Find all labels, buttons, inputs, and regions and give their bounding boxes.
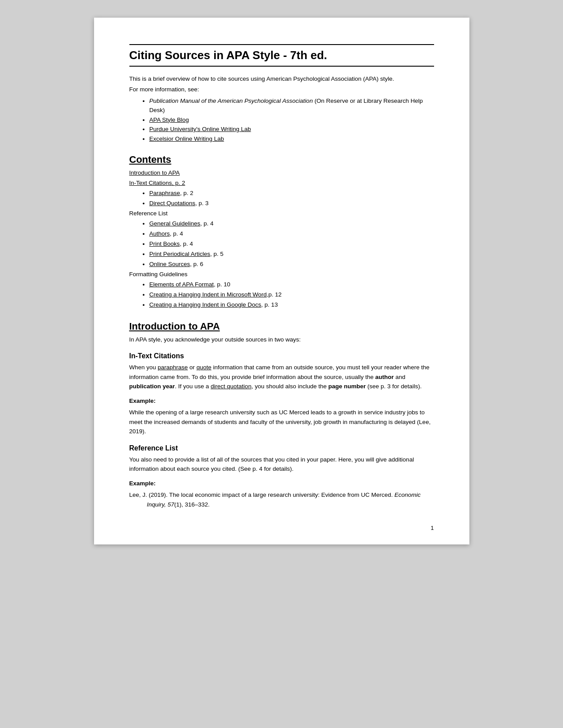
intro-apa-link[interactable]: Introduction to APA [129, 169, 180, 176]
apa-blog-link[interactable]: APA Style Blog [149, 115, 189, 125]
reference-entry: Lee, J. (2019). The local economic impac… [129, 490, 434, 509]
page-number-bold: page number [329, 383, 366, 390]
hanging-indent-word-link[interactable]: Creating a Hanging Indent in Microsoft W… [149, 290, 268, 300]
list-item: Direct Quotations, p. 3 [143, 199, 434, 209]
in-text-link[interactable]: In-Text Citations, p. 2 [129, 180, 185, 186]
top-rule [129, 44, 434, 45]
contents-in-text: In-Text Citations, p. 2 [129, 178, 434, 188]
list-item: Creating a Hanging Indent in Google Docs… [143, 300, 434, 310]
elements-apa-link[interactable]: Elements of APA Format [149, 280, 214, 290]
intro-apa-heading: Introduction to APA [129, 321, 434, 332]
document-page: Citing Sources in APA Style - 7th ed. Th… [94, 18, 469, 544]
in-text-heading: In-Text Citations [129, 352, 434, 360]
authors-link[interactable]: Authors [149, 229, 170, 239]
hanging-indent-docs-link[interactable]: Creating a Hanging Indent in Google Docs [149, 300, 261, 310]
reference-list-body: You also need to provide a list of all o… [129, 455, 434, 474]
page-number: 1 [431, 525, 434, 531]
resource-italic: Publication Manual of the American Psych… [149, 98, 313, 104]
direct-quotations-link[interactable]: Direct Quotations [149, 199, 195, 209]
journal-italic: Economic Inquiry, 57 [147, 492, 421, 508]
intro-block: This is a brief overview of how to cite … [129, 75, 434, 143]
in-text-example-label: Example: [129, 398, 434, 404]
contents-intro-apa: Introduction to APA [129, 168, 434, 178]
reference-list-example-label: Example: [129, 480, 434, 487]
list-item: APA Style Blog [143, 115, 434, 125]
pub-year-bold: publication year [129, 383, 175, 390]
paraphrase-link[interactable]: Paraphrase [149, 188, 180, 199]
purdue-link[interactable]: Purdue University's Online Writing Lab [149, 124, 251, 134]
intro-line2: For more information, see: [129, 85, 434, 94]
direct-quotation-inline-link[interactable]: direct quotation [211, 383, 251, 390]
quote-inline-link[interactable]: quote [196, 364, 212, 371]
list-item: General Guidelines, p. 4 [143, 219, 434, 229]
in-text-example-text: While the opening of a large research un… [129, 408, 434, 436]
excelsior-link[interactable]: Excelsior Online Writing Lab [149, 134, 224, 144]
reference-list-heading: Reference List [129, 444, 434, 452]
paraphrase-inline-link[interactable]: paraphrase [158, 364, 188, 371]
list-item: Print Periodical Articles, p. 5 [143, 249, 434, 259]
author-bold: author [375, 374, 394, 380]
list-item: Purdue University's Online Writing Lab [143, 124, 434, 134]
intro-line1: This is a brief overview of how to cite … [129, 75, 434, 83]
in-text-sub-list: Paraphrase, p. 2 Direct Quotations, p. 3 [143, 188, 434, 209]
in-text-body: When you paraphrase or quote information… [129, 363, 434, 391]
ref-list-sub-list: General Guidelines, p. 4 Authors, p. 4 P… [143, 219, 434, 270]
list-item: Elements of APA Format, p. 10 [143, 280, 434, 290]
resources-list: Publication Manual of the American Psych… [143, 96, 434, 144]
list-item: Authors, p. 4 [143, 229, 434, 239]
intro-apa-body: In APA style, you acknowledge your outsi… [129, 335, 434, 345]
list-item: Excelsior Online Writing Lab [143, 134, 434, 144]
online-sources-link[interactable]: Online Sources [149, 259, 190, 270]
print-periodical-link[interactable]: Print Periodical Articles [149, 249, 210, 259]
list-item: Paraphrase, p. 2 [143, 188, 434, 199]
list-item: Creating a Hanging Indent in Microsoft W… [143, 290, 434, 300]
contents-ref-list: Reference List [129, 209, 434, 219]
contents-formatting: Formatting Guidelines [129, 270, 434, 280]
title-block: Citing Sources in APA Style - 7th ed. [129, 49, 434, 67]
list-item: Online Sources, p. 6 [143, 259, 434, 270]
general-guidelines-link[interactable]: General Guidelines [149, 219, 200, 229]
reference-text: Lee, J. (2019). The local economic impac… [129, 490, 434, 509]
list-item: Publication Manual of the American Psych… [143, 96, 434, 115]
contents-block: Introduction to APA In-Text Citations, p… [129, 168, 434, 310]
contents-heading: Contents [129, 154, 434, 165]
list-item: Print Books, p. 4 [143, 239, 434, 249]
print-books-link[interactable]: Print Books [149, 239, 180, 249]
page-title: Citing Sources in APA Style - 7th ed. [129, 49, 434, 64]
formatting-sub-list: Elements of APA Format, p. 10 Creating a… [143, 280, 434, 310]
